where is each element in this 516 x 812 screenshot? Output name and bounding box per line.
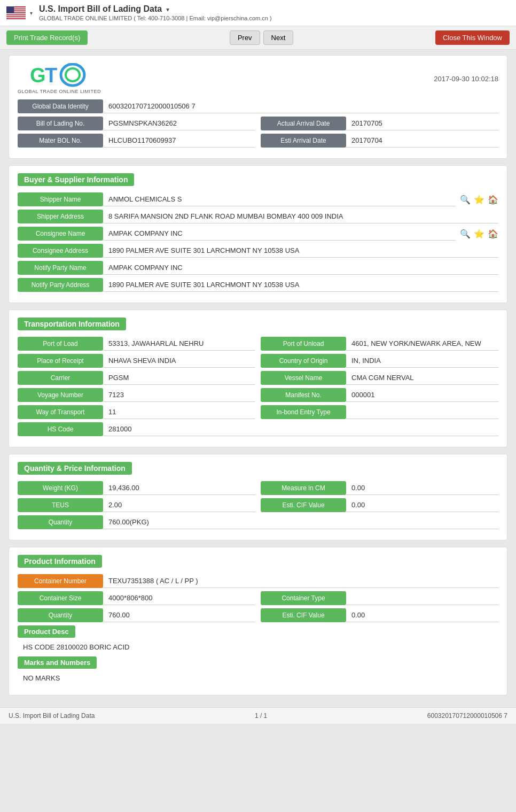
notify-address-value: 1890 PALMER AVE SUITE 301 LARCHMONT NY 1…: [103, 278, 498, 292]
svg-rect-6: [6, 17, 26, 18]
arrival-half: Actual Arrival Date 20170705: [261, 117, 498, 130]
flag-dropdown-arrow[interactable]: ▾: [30, 10, 33, 16]
qty-label: Quantity: [18, 515, 103, 529]
port-load-half: Port of Load 53313, JAWAHARLAL NEHRU: [18, 337, 255, 351]
country-origin-label: Country of Origin: [261, 354, 346, 368]
inbond-value: [346, 405, 498, 419]
notify-name-label: Notify Party Name: [18, 261, 103, 275]
logo-row: G T GLOBAL TRADE ONLINE LIMITED 2017-09-…: [18, 63, 498, 94]
esti-label: Esti Arrival Date: [261, 134, 346, 148]
shipper-icons: 🔍 ⭐ 🏠: [460, 192, 498, 206]
measure-value: 0.00: [346, 481, 498, 495]
mater-esti-row: Mater BOL No. HLCUBO1170609937 Esti Arri…: [18, 134, 498, 148]
notify-address-row: Notify Party Address 1890 PALMER AVE SUI…: [18, 278, 498, 292]
transport-inbond-row: Way of Transport 11 In-bond Entry Type: [18, 405, 498, 419]
teus-label: TEUS: [18, 498, 103, 512]
consignee-star-icon[interactable]: ⭐: [474, 229, 484, 239]
manifest-value: 000001: [346, 388, 498, 402]
logo-graphic: G T: [30, 63, 89, 89]
teus-value: 2.00: [103, 498, 255, 512]
shipper-star-icon[interactable]: ⭐: [474, 195, 484, 205]
place-receipt-half: Place of Receipt NHAVA SHEVA INDIA: [18, 354, 255, 368]
hs-row: HS Code 281000: [18, 422, 498, 436]
transport-half: Way of Transport 11: [18, 405, 255, 419]
marks-label[interactable]: Marks and Numbers: [18, 656, 97, 669]
mater-value: HLCUBO1170609937: [103, 134, 255, 148]
weight-measure-row: Weight (KG) 19,436.00 Measure in CM 0.00: [18, 481, 498, 495]
buyer-supplier-card: Buyer & Supplier Information Shipper Nam…: [9, 165, 507, 303]
carrier-value: PGSM: [103, 371, 255, 385]
consignee-search-icon[interactable]: 🔍: [460, 229, 471, 239]
voyage-half: Voyage Number 7123: [18, 388, 255, 402]
carrier-label: Carrier: [18, 371, 103, 385]
shipper-address-value: 8 SARIFA MANSION 2ND FLANK ROAD MUMBAI B…: [103, 210, 498, 223]
manifest-half: Manifest No. 000001: [261, 388, 498, 402]
weight-half: Weight (KG) 19,436.00: [18, 481, 255, 495]
hs-label: HS Code: [18, 422, 103, 436]
consignee-name-value: AMPAK COMPANY INC: [103, 227, 456, 241]
product-desc-value: HS CODE 28100020 BORIC ACID: [18, 641, 498, 653]
weight-label: Weight (KG): [18, 481, 103, 495]
marks-value: NO MARKS: [18, 672, 498, 684]
quantity-price-card: Quantity & Price Information Weight (KG)…: [9, 454, 507, 540]
voyage-value: 7123: [103, 388, 255, 402]
footer-page: 1 / 1: [255, 712, 267, 720]
prev-button[interactable]: Prev: [230, 30, 260, 45]
shipper-address-label: Shipper Address: [18, 210, 103, 223]
inbond-label: In-bond Entry Type: [261, 405, 346, 419]
esti-half: Esti Arrival Date 20170704: [261, 134, 498, 148]
consignee-name-label: Consignee Name: [18, 227, 103, 241]
qty-value: 760.00(PKG): [103, 515, 498, 529]
container-number-row: Container Number TEXU7351388 ( AC / L / …: [18, 574, 498, 588]
close-button[interactable]: Close This Window: [435, 30, 510, 45]
mater-half: Mater BOL No. HLCUBO1170609937: [18, 134, 255, 148]
svg-text:G: G: [30, 64, 46, 87]
app-title: U.S. Import Bill of Lading Data: [39, 4, 162, 13]
product-desc-label[interactable]: Product Desc: [18, 625, 75, 638]
main-content: G T GLOBAL TRADE ONLINE LIMITED 2017-09-…: [0, 50, 516, 707]
svg-rect-4: [6, 13, 26, 14]
svg-rect-5: [6, 16, 26, 17]
shipper-address-row: Shipper Address 8 SARIFA MANSION 2ND FLA…: [18, 210, 498, 223]
shipper-name-value: ANMOL CHEMICALS S: [103, 192, 456, 206]
carrier-half: Carrier PGSM: [18, 371, 255, 385]
notify-name-value: AMPAK COMPANY INC: [103, 261, 498, 275]
buyer-supplier-title: Buyer & Supplier Information: [18, 173, 134, 186]
shipper-search-icon[interactable]: 🔍: [460, 195, 471, 205]
print-button[interactable]: Print Trade Record(s): [6, 30, 88, 45]
prod-qty-cif-row: Quantity 760.00 Esti. CIF Value 0.00: [18, 608, 498, 622]
qty-row: Quantity 760.00(PKG): [18, 515, 498, 529]
logo-area: G T GLOBAL TRADE ONLINE LIMITED: [18, 63, 101, 94]
prod-qty-value: 760.00: [103, 608, 255, 622]
consignee-home-icon[interactable]: 🏠: [488, 229, 498, 239]
svg-rect-7: [6, 6, 14, 13]
global-data-label: Global Data Identity: [18, 99, 103, 113]
shipper-name-row: Shipper Name ANMOL CHEMICALS S 🔍 ⭐ 🏠: [18, 192, 498, 206]
company-info: GLOBAL TRADE ONLINE LIMITED ( Tel: 400-7…: [39, 15, 272, 21]
marks-section: Marks and Numbers NO MARKS: [18, 656, 498, 684]
port-load-value: 53313, JAWAHARLAL NEHRU: [103, 337, 255, 351]
carrier-vessel-row: Carrier PGSM Vessel Name CMA CGM NERVAL: [18, 371, 498, 385]
port-unload-value: 4601, NEW YORK/NEWARK AREA, NEW: [346, 337, 498, 351]
svg-point-11: [66, 68, 80, 81]
measure-half: Measure in CM 0.00: [261, 481, 498, 495]
arrival-label: Actual Arrival Date: [261, 117, 346, 130]
vessel-label: Vessel Name: [261, 371, 346, 385]
footer-bar: U.S. Import Bill of Lading Data 1 / 1 60…: [0, 707, 516, 724]
country-origin-half: Country of Origin IN, INDIA: [261, 354, 498, 368]
port-load-label: Port of Load: [18, 337, 103, 351]
inbond-half: In-bond Entry Type: [261, 405, 498, 419]
prod-qty-label: Quantity: [18, 608, 103, 622]
transport-label: Way of Transport: [18, 405, 103, 419]
bill-arrival-row: Bill of Lading No. PGSMNSPKAN36262 Actua…: [18, 117, 498, 130]
next-button[interactable]: Next: [263, 30, 294, 45]
footer-id: 600320170712000010506 7: [427, 712, 507, 720]
consignee-name-row: Consignee Name AMPAK COMPANY INC 🔍 ⭐ 🏠: [18, 227, 498, 241]
shipper-home-icon[interactable]: 🏠: [488, 195, 498, 205]
title-dropdown-icon[interactable]: ▾: [166, 6, 169, 13]
footer-left: U.S. Import Bill of Lading Data: [9, 712, 95, 720]
app-title-area: U.S. Import Bill of Lading Data ▾ GLOBAL…: [39, 4, 272, 21]
port-unload-half: Port of Unload 4601, NEW YORK/NEWARK ARE…: [261, 337, 498, 351]
prod-cif-label: Esti. CIF Value: [261, 608, 346, 622]
esti-cif-value: 0.00: [346, 498, 498, 512]
